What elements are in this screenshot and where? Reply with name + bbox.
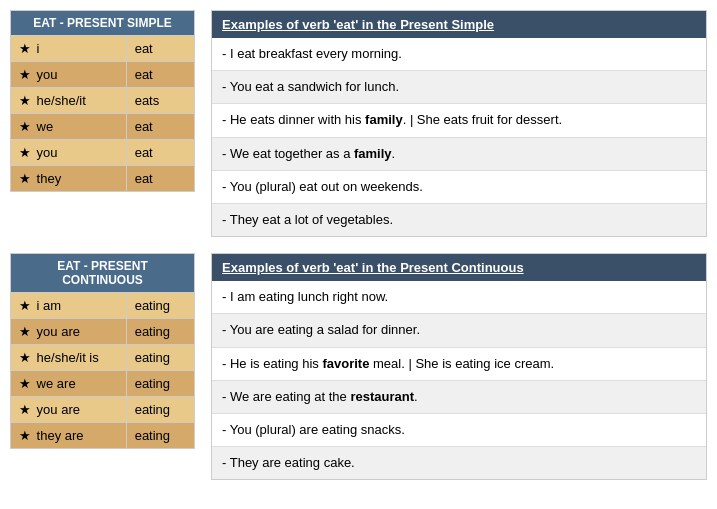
example-item: - They eat a lot of vegetables.: [212, 204, 706, 236]
star-icon: ★: [19, 350, 31, 365]
pronoun-cell: ★ i: [11, 36, 127, 62]
present-continuous-examples-box: Examples of verb 'eat' in the Present Co…: [211, 253, 707, 480]
present-continuous-section: EAT - PRESENT CONTINUOUS★ i ameating★ yo…: [10, 253, 707, 480]
pronoun-cell: ★ he/she/it: [11, 88, 127, 114]
table-row: ★ i ameating: [11, 293, 195, 319]
verb-form-cell: eating: [126, 371, 194, 397]
pronoun-cell: ★ we: [11, 114, 127, 140]
star-icon: ★: [19, 428, 31, 443]
example-item: - I am eating lunch right now.: [212, 281, 706, 314]
example-item: - I eat breakfast every morning.: [212, 38, 706, 71]
star-icon: ★: [19, 145, 31, 160]
table-row: ★ youeat: [11, 140, 195, 166]
example-item: - We eat together as a family.: [212, 138, 706, 171]
star-icon: ★: [19, 119, 31, 134]
table-row: ★ ieat: [11, 36, 195, 62]
table-title: EAT - PRESENT CONTINUOUS: [11, 254, 195, 293]
table-row: ★ you areeating: [11, 319, 195, 345]
pronoun-cell: ★ you: [11, 62, 127, 88]
pronoun-cell: ★ you: [11, 140, 127, 166]
verb-form-cell: eating: [126, 423, 194, 449]
example-item: - He eats dinner with his family. | She …: [212, 104, 706, 137]
present-continuous-table: EAT - PRESENT CONTINUOUS★ i ameating★ yo…: [10, 253, 195, 449]
present-simple-section: EAT - PRESENT SIMPLE★ ieat★ youeat★ he/s…: [10, 10, 707, 237]
table-row: ★ weeat: [11, 114, 195, 140]
present-simple-examples-box: Examples of verb 'eat' in the Present Si…: [211, 10, 707, 237]
table-row: ★ he/she/it iseating: [11, 345, 195, 371]
table-row: ★ you areeating: [11, 397, 195, 423]
star-icon: ★: [19, 298, 31, 313]
present-continuous-examples-header: Examples of verb 'eat' in the Present Co…: [212, 254, 706, 281]
star-icon: ★: [19, 324, 31, 339]
example-item: - You (plural) eat out on weekends.: [212, 171, 706, 204]
present-continuous-examples-list: - I am eating lunch right now.- You are …: [212, 281, 706, 479]
present-simple-table: EAT - PRESENT SIMPLE★ ieat★ youeat★ he/s…: [10, 10, 195, 192]
example-item: - You eat a sandwich for lunch.: [212, 71, 706, 104]
pronoun-cell: ★ they are: [11, 423, 127, 449]
table-title: EAT - PRESENT SIMPLE: [11, 11, 195, 36]
pronoun-cell: ★ he/she/it is: [11, 345, 127, 371]
pronoun-cell: ★ i am: [11, 293, 127, 319]
verb-form-cell: eat: [126, 166, 194, 192]
main-layout: EAT - PRESENT SIMPLE★ ieat★ youeat★ he/s…: [10, 10, 707, 480]
verb-form-cell: eating: [126, 319, 194, 345]
example-item: - We are eating at the restaurant.: [212, 381, 706, 414]
table-row: ★ he/she/iteats: [11, 88, 195, 114]
verb-form-cell: eat: [126, 114, 194, 140]
star-icon: ★: [19, 93, 31, 108]
pronoun-cell: ★ they: [11, 166, 127, 192]
present-simple-examples-list: - I eat breakfast every morning.- You ea…: [212, 38, 706, 236]
star-icon: ★: [19, 171, 31, 186]
pronoun-cell: ★ you are: [11, 319, 127, 345]
pronoun-cell: ★ you are: [11, 397, 127, 423]
star-icon: ★: [19, 41, 31, 56]
example-item: - You (plural) are eating snacks.: [212, 414, 706, 447]
verb-form-cell: eating: [126, 397, 194, 423]
example-item: - You are eating a salad for dinner.: [212, 314, 706, 347]
table-row: ★ we areeating: [11, 371, 195, 397]
verb-form-cell: eats: [126, 88, 194, 114]
table-row: ★ youeat: [11, 62, 195, 88]
verb-form-cell: eating: [126, 345, 194, 371]
pronoun-cell: ★ we are: [11, 371, 127, 397]
example-item: - He is eating his favorite meal. | She …: [212, 348, 706, 381]
table-row: ★ they areeating: [11, 423, 195, 449]
verb-form-cell: eat: [126, 36, 194, 62]
verb-form-cell: eating: [126, 293, 194, 319]
star-icon: ★: [19, 67, 31, 82]
verb-form-cell: eat: [126, 140, 194, 166]
example-item: - They are eating cake.: [212, 447, 706, 479]
verb-form-cell: eat: [126, 62, 194, 88]
present-simple-examples-header: Examples of verb 'eat' in the Present Si…: [212, 11, 706, 38]
star-icon: ★: [19, 376, 31, 391]
star-icon: ★: [19, 402, 31, 417]
table-row: ★ theyeat: [11, 166, 195, 192]
